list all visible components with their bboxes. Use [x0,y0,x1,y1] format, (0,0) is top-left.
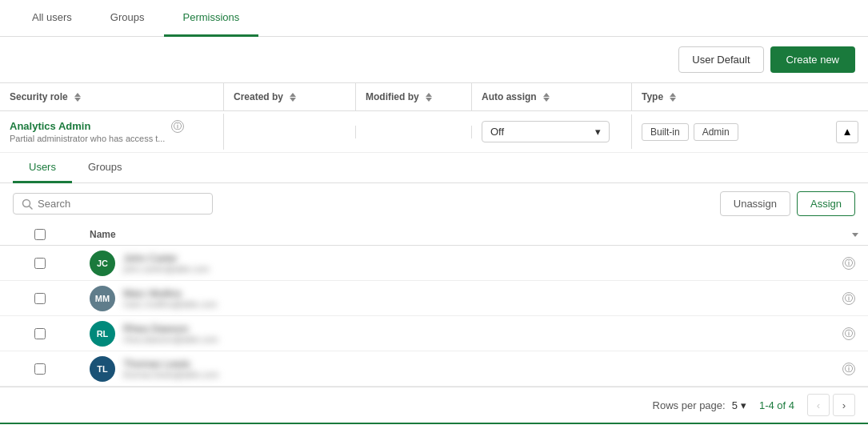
user-info-icon[interactable]: ⓘ [842,292,855,305]
uth-sort-col [836,233,868,237]
user-checkbox[interactable] [34,293,46,304]
user-info-icon-wrap: ⓘ [830,291,868,305]
th-auto-assign: Auto assign [472,83,632,110]
user-row: JC John Carter john.carter@able.com ⓘ [0,246,868,281]
cell-created-by [224,126,356,138]
search-icon [22,198,33,210]
cell-auto-assign: Off ▾ [472,114,632,149]
user-info-icon[interactable]: ⓘ [842,327,855,340]
user-email: thomas.lewis@able.com [123,370,820,379]
avatar: JC [90,251,115,276]
type-badges: Built-in Admin [642,123,738,141]
row-info-icon[interactable]: ⓘ [171,120,184,133]
cell-security-role: Analytics Admin Partial administrator wh… [0,114,224,150]
top-tabs: All users Groups Permissions [0,0,868,37]
sort-icon-security[interactable] [74,93,81,102]
th-type: Type [632,83,868,110]
tab-all-users[interactable]: All users [13,0,91,37]
user-row: TL Thomas Lewis thomas.lewis@able.com ⓘ [0,351,868,387]
user-info: Thomas Lewis thomas.lewis@able.com [123,353,820,384]
expand-panel: Users Groups Unassign Assign Name [0,153,868,424]
rows-per-page-select[interactable]: 5 ▾ [732,399,746,411]
user-name: Rhea Dawson [123,323,820,335]
action-buttons: Unassign Assign [720,191,855,216]
table-row: Analytics Admin Partial administrator wh… [0,111,868,153]
user-row: MM Marc Mullins marc.mullins@able.com ⓘ [0,281,868,316]
badge-builtin: Built-in [642,123,689,141]
user-info: Marc Mullins marc.mullins@able.com [123,283,820,314]
user-name: John Carter [123,252,820,264]
user-email: rhea.dawson@able.com [123,335,820,344]
table-header: Security role Created by Modified by Aut… [0,82,868,111]
user-default-button[interactable]: User Default [678,46,763,73]
create-new-button[interactable]: Create new [770,46,855,73]
chevron-down-icon: ▾ [741,399,746,411]
th-modified-by: Modified by [356,83,472,110]
th-security-role: Security role [0,83,224,110]
user-row: RL Rhea Dawson rhea.dawson@able.com ⓘ [0,316,868,351]
user-checkbox[interactable] [34,363,46,375]
tab-groups[interactable]: Groups [91,0,164,37]
user-rows-container: JC John Carter john.carter@able.com ⓘ MM… [0,246,868,387]
user-info: Rhea Dawson rhea.dawson@able.com [123,318,820,349]
user-checkbox[interactable] [34,328,46,339]
user-row-checkbox [0,293,80,304]
chevron-down-icon: ▾ [595,126,601,138]
user-checkbox[interactable] [34,258,46,269]
users-table-header: Name [0,224,868,246]
cell-modified-by [356,126,472,138]
badge-admin: Admin [694,123,738,141]
user-row-checkbox [0,258,80,269]
sort-icon-type[interactable] [670,93,676,102]
user-info-icon[interactable]: ⓘ [842,257,855,270]
row-info-icon-wrap: ⓘ [171,120,184,133]
inner-tab-groups[interactable]: Groups [72,153,138,183]
page-info: 1-4 of 4 [759,399,794,411]
inner-tab-users[interactable]: Users [13,153,72,183]
th-created-by: Created by [224,83,356,110]
user-email: marc.mullins@able.com [123,299,820,309]
pagination-bar: Rows per page: 5 ▾ 1-4 of 4 ‹ › [0,387,868,423]
sort-icon-modified[interactable] [426,93,432,102]
sort-icon-auto[interactable] [543,93,550,102]
rows-per-page-control: Rows per page: 5 ▾ [653,399,746,411]
prev-page-button[interactable]: ‹ [807,394,830,416]
sort-icon-created[interactable] [290,93,296,102]
user-row-checkbox [0,363,80,375]
rows-per-page-label: Rows per page: [653,399,726,411]
select-all-checkbox[interactable] [34,229,46,240]
unassign-button[interactable]: Unassign [720,191,790,216]
user-email: john.carter@able.com [123,264,820,274]
user-name: Marc Mullins [123,287,820,299]
chevron-up-icon: ▲ [842,126,852,138]
page-nav: ‹ › [807,394,855,416]
avatar: RL [90,321,115,347]
collapse-button[interactable]: ▲ [836,121,858,143]
avatar: TL [90,356,115,382]
uth-checkbox-col [0,229,80,240]
security-role-desc: Partial administrator who has access t..… [10,134,165,143]
next-page-button[interactable]: › [833,394,855,416]
user-info-icon[interactable]: ⓘ [842,363,855,375]
auto-assign-dropdown[interactable]: Off ▾ [482,121,610,142]
user-info-icon-wrap: ⓘ [830,256,868,270]
avatar: MM [90,286,115,311]
search-input-wrap [13,193,213,214]
security-role-name[interactable]: Analytics Admin [10,120,165,132]
top-tabs-container: All users Groups Permissions User Defaul… [0,0,868,424]
user-info: John Carter john.carter@able.com [123,247,820,279]
tab-permissions[interactable]: Permissions [164,0,259,37]
inner-tabs: Users Groups [0,153,868,183]
user-name: Thomas Lewis [123,358,820,370]
assign-button[interactable]: Assign [797,191,855,216]
uth-name-col: Name [80,229,836,240]
header-toolbar: User Default Create new [0,37,868,82]
user-info-icon-wrap: ⓘ [830,362,868,375]
user-row-checkbox [0,328,80,339]
search-actions-bar: Unassign Assign [0,183,868,224]
search-input[interactable] [38,198,204,210]
user-info-icon-wrap: ⓘ [830,327,868,340]
cell-type: Built-in Admin ▲ [632,114,868,150]
svg-line-1 [30,206,33,209]
